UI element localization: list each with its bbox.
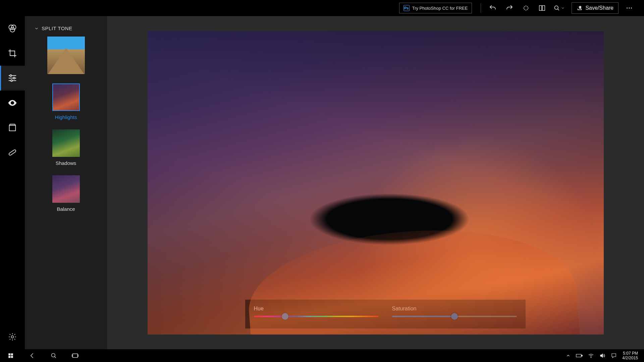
compare-icon [538, 4, 546, 12]
svg-rect-15 [8, 353, 10, 355]
chevron-down-icon [34, 26, 39, 31]
share-icon [577, 5, 583, 11]
undo-icon [489, 4, 497, 12]
svg-point-5 [631, 8, 632, 9]
settings-button[interactable] [0, 324, 25, 349]
task-view-icon [71, 352, 79, 359]
system-clock[interactable]: 5:07 PM 4/2/2015 [622, 351, 638, 360]
rail-item-heal[interactable] [0, 140, 25, 165]
option-shadows[interactable]: Shadows [52, 129, 80, 166]
clock-date: 4/2/2015 [622, 356, 638, 360]
panel-title: SPLIT TONE [42, 25, 72, 31]
svg-point-9 [10, 75, 12, 76]
volume-icon[interactable] [599, 353, 605, 359]
balance-thumbnail [52, 175, 80, 203]
clock-time: 5:07 PM [622, 351, 638, 356]
svg-rect-21 [576, 354, 581, 357]
rail-item-adjust[interactable] [0, 66, 25, 90]
svg-rect-13 [8, 149, 16, 156]
windows-taskbar: 5:07 PM 4/2/2015 [0, 349, 644, 362]
bandage-icon [8, 148, 17, 157]
save-share-label: Save/Share [585, 5, 613, 11]
hue-slider[interactable] [254, 316, 379, 317]
zoom-menu[interactable] [550, 5, 568, 11]
svg-point-11 [11, 80, 12, 81]
svg-rect-18 [11, 356, 13, 358]
ellipsis-icon [626, 4, 633, 12]
reference-thumbnail[interactable] [47, 37, 85, 74]
windows-icon [8, 353, 14, 359]
saturation-slider-handle[interactable] [451, 313, 458, 320]
redo-button[interactable] [501, 0, 518, 16]
svg-rect-12 [9, 125, 16, 131]
svg-rect-17 [8, 356, 10, 358]
gear-icon [8, 333, 17, 341]
svg-rect-16 [11, 353, 13, 355]
hue-slider-handle[interactable] [282, 313, 288, 320]
option-label: Highlights [55, 114, 77, 120]
svg-rect-22 [582, 355, 583, 356]
task-view-button[interactable] [64, 349, 86, 362]
arrow-left-icon [29, 352, 36, 359]
saturation-slider-group: Saturation [392, 306, 517, 322]
search-icon [50, 352, 57, 359]
option-balance[interactable]: Balance [52, 175, 80, 212]
highlights-thumbnail [52, 83, 80, 111]
svg-rect-0 [539, 6, 542, 11]
rail-item-redeye[interactable] [0, 90, 25, 115]
svg-point-3 [627, 8, 628, 9]
tool-rail [0, 16, 25, 349]
svg-point-23 [591, 357, 592, 358]
chevron-down-icon [561, 6, 565, 10]
undo-button[interactable] [484, 0, 501, 16]
separator [481, 3, 481, 13]
crop-icon [8, 49, 17, 58]
tray-chevron-up-icon[interactable] [566, 353, 571, 358]
option-label: Shadows [56, 160, 76, 166]
rail-item-frames[interactable] [0, 115, 25, 140]
try-photoshop-label: Try PhotoShop CC for FREE [412, 6, 468, 11]
compare-button[interactable] [534, 0, 550, 16]
option-label: Balance [57, 206, 75, 212]
svg-point-4 [629, 8, 630, 9]
option-highlights[interactable]: Highlights [52, 83, 80, 120]
panel-header[interactable]: SPLIT TONE [25, 25, 107, 35]
more-menu-button[interactable] [621, 0, 637, 16]
eye-icon [7, 98, 17, 108]
svg-point-14 [11, 336, 14, 338]
adjust-panel: SPLIT TONE Highlights Shadows Balance [25, 16, 107, 349]
canvas-area: Hue Saturation [107, 16, 644, 349]
shadows-thumbnail [52, 129, 80, 157]
redo-icon [505, 4, 514, 12]
try-photoshop-button[interactable]: Ps Try PhotoShop CC for FREE [399, 3, 472, 13]
svg-point-10 [13, 77, 15, 79]
svg-point-19 [51, 353, 55, 357]
frame-icon [8, 123, 17, 132]
search-button[interactable] [43, 349, 64, 362]
svg-rect-1 [542, 6, 545, 11]
sliders-icon [7, 73, 17, 83]
auto-enhance-button[interactable] [518, 0, 534, 16]
photo-canvas[interactable]: Hue Saturation [148, 31, 604, 335]
save-share-button[interactable]: Save/Share [572, 2, 619, 14]
svg-rect-20 [73, 354, 78, 358]
ps-badge-icon: Ps [404, 5, 410, 11]
back-button[interactable] [21, 349, 43, 362]
rail-item-crop[interactable] [0, 41, 25, 66]
wifi-icon[interactable] [588, 353, 594, 359]
saturation-fill [392, 316, 454, 317]
sparkle-icon [522, 4, 530, 12]
saturation-slider[interactable] [392, 316, 517, 317]
action-center-icon[interactable] [611, 353, 617, 359]
battery-icon[interactable] [576, 353, 583, 358]
hue-label: Hue [254, 306, 379, 312]
svg-point-2 [555, 6, 558, 9]
slider-hud: Hue Saturation [245, 300, 526, 328]
zoom-icon [553, 5, 560, 11]
saturation-label: Saturation [392, 306, 517, 312]
rail-item-filters[interactable] [0, 16, 25, 41]
filters-icon [7, 23, 17, 34]
start-button[interactable] [0, 349, 21, 362]
hue-slider-group: Hue [254, 306, 379, 322]
top-bar: Ps Try PhotoShop CC for FREE Save/Share [0, 0, 644, 16]
